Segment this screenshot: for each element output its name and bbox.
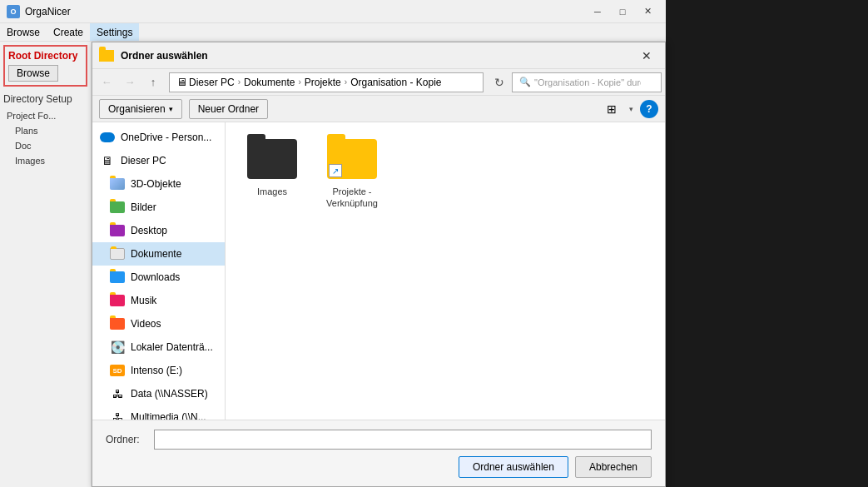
view-toggle-button[interactable]: ⊞ bbox=[601, 99, 622, 119]
nav-dokumente-label: Dokumente bbox=[131, 248, 181, 260]
sep1: › bbox=[238, 77, 241, 87]
drive-icon: 💽 bbox=[109, 340, 126, 354]
folder-videos-icon bbox=[109, 317, 126, 330]
select-folder-button[interactable]: Ordner auswählen bbox=[459, 456, 568, 478]
nav-3d-objekte[interactable]: 3D-Objekte bbox=[92, 172, 225, 196]
nav-musik-label: Musik bbox=[131, 295, 156, 306]
nav-onedrive[interactable]: OneDrive - Person... bbox=[92, 126, 225, 149]
file-label-images: Images bbox=[257, 186, 287, 197]
tree-plans[interactable]: Plans bbox=[3, 123, 87, 138]
root-directory-label: Root Directory bbox=[8, 50, 82, 62]
sep3: › bbox=[345, 77, 347, 87]
nav-data-nasser[interactable]: 🖧 Data (\\NASSER) bbox=[92, 382, 225, 405]
cancel-button[interactable]: Abbrechen bbox=[575, 456, 652, 478]
nav-intenso-1[interactable]: SD Intenso (E:) bbox=[92, 359, 225, 382]
network-icon-1: 🖧 bbox=[109, 387, 126, 400]
dialog-folder-icon bbox=[99, 50, 114, 62]
dialog-toolbar: ← → ↑ 🖥 Dieser PC › Dokumente bbox=[92, 69, 665, 96]
nav-lokaler-datentraeger[interactable]: 💽 Lokaler Datenträ... bbox=[92, 335, 225, 359]
view-icon: ⊞ bbox=[607, 102, 617, 116]
organize-dropdown-arrow: ▾ bbox=[169, 105, 173, 113]
title-bar: O OrgaNicer ─ □ ✕ bbox=[0, 0, 666, 23]
file-label-projekte: Projekte - Verknüpfung bbox=[322, 186, 382, 210]
up-button[interactable]: ↑ bbox=[142, 72, 164, 92]
nav-multimedia[interactable]: 🖧 Multimedia (\\N... bbox=[92, 405, 225, 420]
path-dokumente: Dokumente bbox=[244, 77, 295, 88]
nav-dokumente[interactable]: Dokumente bbox=[92, 242, 225, 266]
nav-3d-label: 3D-Objekte bbox=[131, 178, 181, 190]
nav-dieser-pc[interactable]: 🖥 Dieser PC bbox=[92, 149, 225, 172]
menu-browse[interactable]: Browse bbox=[0, 23, 47, 41]
file-item-images[interactable]: Images bbox=[239, 136, 305, 213]
dialog-body: OneDrive - Person... 🖥 Dieser PC bbox=[92, 122, 665, 420]
dialog-action-bar: Organisieren ▾ Neuer Ordner ⊞ ▾ ? bbox=[92, 96, 665, 122]
folder-downloads-icon bbox=[109, 271, 126, 284]
directory-setup-section: Directory Setup Project Fo... Plans Doc … bbox=[3, 93, 87, 168]
search-box[interactable]: 🔍 "Organisation - Kopie" durc... bbox=[512, 72, 662, 92]
nav-dieser-pc-label: Dieser PC bbox=[121, 155, 166, 166]
path-computer: 🖥 Dieser PC bbox=[176, 76, 235, 88]
menu-create[interactable]: Create bbox=[47, 23, 90, 41]
minimize-button[interactable]: ─ bbox=[586, 3, 609, 20]
folder-label: Ordner: bbox=[106, 434, 147, 445]
right-panel bbox=[666, 0, 868, 487]
folder-bilder-icon bbox=[109, 201, 126, 214]
nav-bilder[interactable]: Bilder bbox=[92, 196, 225, 219]
dialog-bottom: Ordner: Ordner auswählen Abbrechen bbox=[92, 420, 665, 486]
network-icon-2: 🖧 bbox=[109, 410, 126, 420]
folder-musik-icon bbox=[109, 294, 126, 307]
close-button[interactable]: ✕ bbox=[636, 3, 659, 20]
search-placeholder: "Organisation - Kopie" durc... bbox=[534, 77, 641, 87]
view-dropdown-arrow: ▾ bbox=[629, 105, 633, 113]
file-dialog: Ordner auswählen ✕ ← → ↑ 🖥 Dieser PC bbox=[92, 42, 666, 487]
path-projekte: Projekte bbox=[305, 77, 341, 88]
dialog-title: Ordner auswählen bbox=[121, 50, 635, 62]
tree-images[interactable]: Images bbox=[3, 153, 87, 168]
sidebar: Root Directory Browse Directory Setup Pr… bbox=[0, 42, 92, 487]
nav-data-label: Data (\\NASSER) bbox=[131, 388, 208, 400]
nav-videos[interactable]: Videos bbox=[92, 312, 225, 335]
tree-project-folder[interactable]: Project Fo... bbox=[3, 108, 87, 123]
file-item-projekte[interactable]: ↗ Projekte - Verknüpfung bbox=[319, 136, 385, 213]
new-folder-button[interactable]: Neuer Ordner bbox=[189, 99, 268, 119]
nav-desktop[interactable]: Desktop bbox=[92, 219, 225, 242]
tree-doc[interactable]: Doc bbox=[3, 138, 87, 153]
address-bar[interactable]: 🖥 Dieser PC › Dokumente › Projekte › Org… bbox=[169, 72, 484, 92]
path-organisation: Organisation - Kopie bbox=[350, 77, 441, 88]
onedrive-icon bbox=[99, 131, 116, 144]
sd-icon-1: SD bbox=[109, 364, 126, 377]
nav-intenso-1-label: Intenso (E:) bbox=[131, 365, 182, 376]
forward-button[interactable]: → bbox=[119, 72, 141, 92]
sep2: › bbox=[298, 77, 300, 87]
refresh-button[interactable]: ↻ bbox=[489, 72, 510, 92]
nav-downloads-label: Downloads bbox=[131, 271, 180, 283]
folder-shortcut-icon: ↗ bbox=[327, 139, 377, 179]
browse-button[interactable]: Browse bbox=[8, 65, 58, 82]
main-area: Ordner auswählen ✕ ← → ↑ 🖥 Dieser PC bbox=[92, 42, 666, 487]
nav-onedrive-label: OneDrive - Person... bbox=[121, 132, 211, 143]
shortcut-arrow: ↗ bbox=[329, 164, 342, 177]
directory-setup-label: Directory Setup bbox=[3, 93, 87, 105]
file-area: Images ↗ Projekte - Verkn bbox=[226, 122, 665, 420]
nav-downloads[interactable]: Downloads bbox=[92, 266, 225, 289]
maximize-button[interactable]: □ bbox=[611, 3, 634, 20]
nav-multimedia-label: Multimedia (\\N... bbox=[131, 411, 206, 420]
menu-settings[interactable]: Settings bbox=[90, 23, 139, 41]
window-controls: ─ □ ✕ bbox=[586, 3, 659, 20]
app-icon: O bbox=[7, 5, 20, 18]
nav-lokaler-label: Lokaler Datenträ... bbox=[131, 341, 213, 353]
app-content: Root Directory Browse Directory Setup Pr… bbox=[0, 42, 666, 487]
organize-button[interactable]: Organisieren ▾ bbox=[99, 99, 182, 119]
nav-panel: OneDrive - Person... 🖥 Dieser PC bbox=[92, 122, 226, 420]
menu-bar: Browse Create Settings bbox=[0, 23, 666, 42]
nav-musik[interactable]: Musik bbox=[92, 289, 225, 312]
nav-bilder-label: Bilder bbox=[131, 201, 156, 213]
folder-dark-icon bbox=[247, 139, 297, 179]
app-title: OrgaNicer bbox=[25, 6, 586, 17]
help-button[interactable]: ? bbox=[640, 100, 658, 118]
address-path: 🖥 Dieser PC › Dokumente › Projekte › Org… bbox=[176, 76, 442, 88]
dialog-close-button[interactable]: ✕ bbox=[635, 46, 658, 66]
folder-input[interactable] bbox=[154, 430, 652, 450]
back-button[interactable]: ← bbox=[96, 72, 117, 92]
computer-icon: 🖥 bbox=[99, 154, 116, 167]
